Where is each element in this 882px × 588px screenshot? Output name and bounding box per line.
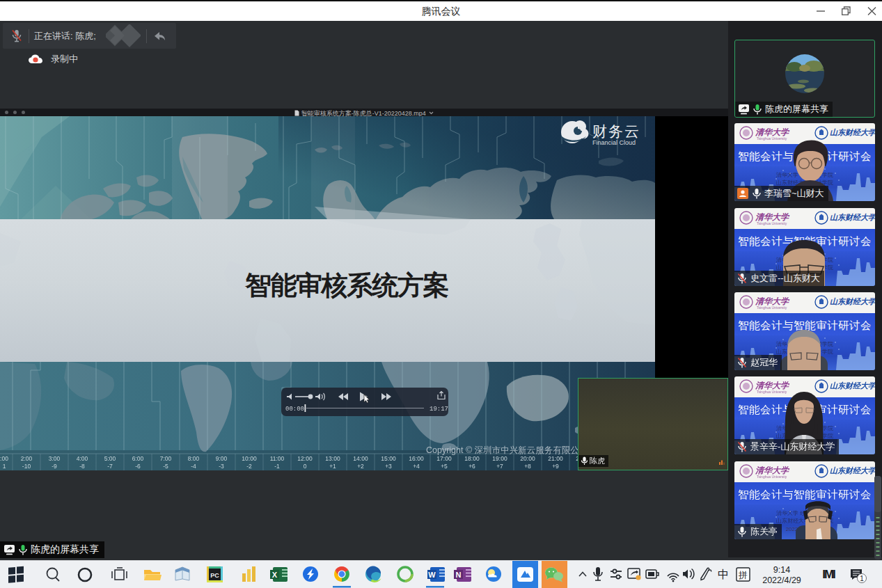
svg-text:+7: +7 bbox=[496, 463, 503, 470]
svg-text:11:00: 11:00 bbox=[270, 455, 285, 462]
svg-text:2022/4/29: 2022/4/29 bbox=[762, 575, 801, 585]
svg-text:18:00: 18:00 bbox=[464, 455, 480, 462]
svg-text:9:00: 9:00 bbox=[216, 455, 228, 462]
svg-text:2:00: 2:00 bbox=[21, 455, 33, 462]
svg-text:PC: PC bbox=[210, 572, 219, 579]
svg-text:1: 1 bbox=[3, 463, 6, 470]
svg-text:-7: -7 bbox=[107, 463, 113, 470]
svg-text:12:00: 12:00 bbox=[297, 455, 313, 462]
svg-text:5:00: 5:00 bbox=[104, 455, 116, 462]
svg-text:19:00: 19:00 bbox=[492, 455, 507, 462]
svg-text:9:14: 9:14 bbox=[773, 565, 790, 575]
svg-text:-1: -1 bbox=[274, 463, 280, 470]
svg-text:00:00: 00:00 bbox=[285, 406, 304, 413]
svg-text:20:00: 20:00 bbox=[520, 455, 535, 462]
svg-text:财务云: 财务云 bbox=[592, 123, 640, 139]
svg-text:10:00: 10:00 bbox=[242, 455, 257, 462]
svg-text:19:17: 19:17 bbox=[430, 406, 448, 413]
svg-text:7:00: 7:00 bbox=[160, 455, 172, 462]
svg-text:3:00: 3:00 bbox=[49, 455, 61, 462]
svg-text:-2: -2 bbox=[246, 463, 252, 470]
svg-text:中: 中 bbox=[718, 569, 729, 580]
svg-text:6:00: 6:00 bbox=[132, 455, 144, 462]
svg-text:Financial Cloud: Financial Cloud bbox=[592, 139, 636, 146]
svg-text:-6: -6 bbox=[135, 463, 141, 470]
svg-text:+3: +3 bbox=[385, 463, 392, 470]
svg-text:+9: +9 bbox=[552, 463, 559, 470]
svg-text:+6: +6 bbox=[468, 463, 475, 470]
svg-text:智能审核系统方案: 智能审核系统方案 bbox=[244, 271, 449, 300]
svg-text:拼: 拼 bbox=[738, 570, 748, 580]
svg-text::00: :00 bbox=[0, 455, 8, 462]
svg-text:0: 0 bbox=[304, 463, 307, 470]
svg-text:4:00: 4:00 bbox=[77, 455, 88, 462]
svg-text:-10: -10 bbox=[22, 463, 31, 470]
svg-text:-8: -8 bbox=[79, 463, 85, 470]
svg-text:-5: -5 bbox=[163, 463, 168, 470]
svg-text:-3: -3 bbox=[219, 463, 224, 470]
svg-text:13:00: 13:00 bbox=[325, 455, 340, 462]
svg-text:14:00: 14:00 bbox=[353, 455, 368, 462]
svg-text:17:00: 17:00 bbox=[436, 455, 452, 462]
svg-text:+2: +2 bbox=[357, 463, 364, 470]
svg-text:X: X bbox=[272, 571, 278, 579]
svg-text:15:00: 15:00 bbox=[381, 455, 396, 462]
svg-text:W: W bbox=[428, 571, 436, 579]
svg-text:+1: +1 bbox=[329, 463, 336, 470]
svg-text:IMI: IMI bbox=[822, 568, 835, 581]
svg-text:21:00: 21:00 bbox=[548, 455, 563, 462]
svg-text:N: N bbox=[456, 571, 462, 579]
svg-text:Copyright © 深圳市中兴新云服务有限公司: Copyright © 深圳市中兴新云服务有限公司 bbox=[426, 445, 588, 455]
svg-text:+4: +4 bbox=[413, 463, 420, 470]
svg-text:16:00: 16:00 bbox=[409, 455, 424, 462]
svg-text:+8: +8 bbox=[524, 463, 531, 470]
svg-text:8:00: 8:00 bbox=[188, 455, 200, 462]
svg-text:-9: -9 bbox=[52, 463, 57, 470]
svg-text:1: 1 bbox=[860, 575, 864, 582]
svg-text:-4: -4 bbox=[191, 463, 196, 470]
svg-text:+5: +5 bbox=[441, 463, 448, 470]
